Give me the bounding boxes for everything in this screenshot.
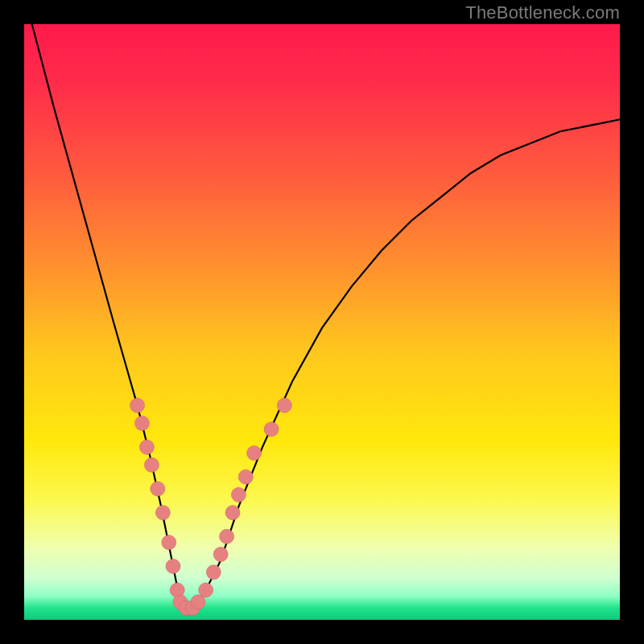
sample-dot [264, 422, 279, 436]
sample-dot [139, 440, 154, 454]
sample-dot [247, 446, 262, 460]
sample-dot [166, 559, 180, 573]
sample-dot [220, 529, 234, 543]
plot-area [24, 24, 620, 620]
bottleneck-curve [24, 24, 620, 608]
watermark-text: TheBottleneck.com [465, 2, 620, 23]
sample-dots-group [130, 398, 292, 616]
frame: TheBottleneck.com [0, 0, 644, 644]
sample-dot [135, 416, 150, 431]
sample-dot [213, 547, 228, 562]
chart-svg [24, 24, 620, 620]
sample-dot [162, 535, 176, 550]
sample-dot [144, 458, 159, 473]
sample-dot [238, 469, 253, 484]
sample-dot [231, 488, 246, 502]
sample-dot [151, 481, 165, 496]
sample-dot [225, 506, 240, 520]
sample-dot [155, 506, 170, 520]
sample-dot [206, 565, 221, 580]
sample-dot [277, 398, 291, 413]
sample-dot [199, 583, 213, 597]
sample-dot [130, 398, 145, 413]
